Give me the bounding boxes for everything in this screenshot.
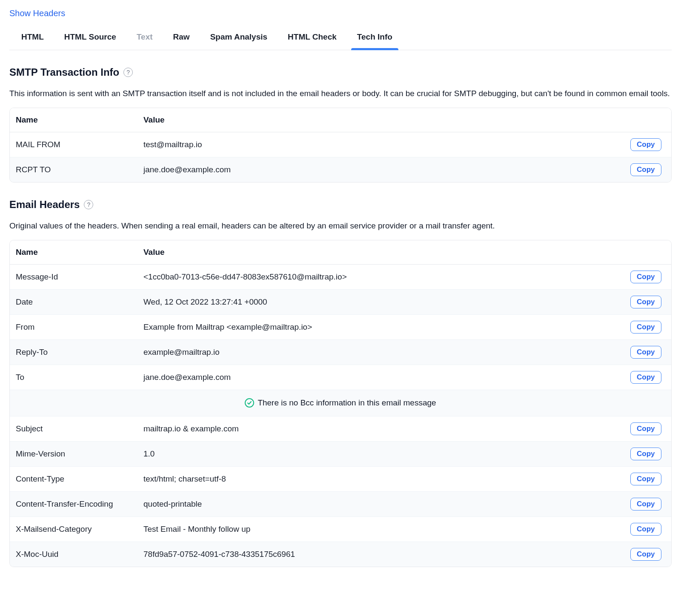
smtp-section: SMTP Transaction Info ? This information… [9,65,672,183]
bcc-notice-row: There is no Bcc information in this emai… [10,390,671,416]
tab-raw[interactable]: Raw [173,31,190,50]
row-name: Content-Type [10,466,137,491]
tab-html[interactable]: HTML [21,31,44,50]
col-header-name: Name [10,108,137,133]
row-name: To [10,365,137,390]
table-row: Message-Id<1cc0ba0-7013-c56e-dd47-8083ex… [10,265,671,289]
row-name: Content-Transfer-Encoding [10,491,137,516]
table-row: DateWed, 12 Oct 2022 13:27:41 +0000Copy [10,289,671,314]
row-name: Mime-Version [10,441,137,466]
copy-button[interactable]: Copy [630,523,661,536]
row-name: Message-Id [10,265,137,289]
table-row: MAIL FROMtest@mailtrap.ioCopy [10,132,671,157]
tab-tech-info[interactable]: Tech Info [357,31,392,50]
copy-button[interactable]: Copy [630,498,661,510]
table-row: Mime-Version1.0Copy [10,441,671,466]
row-value: mailtrap.io & example.com [137,416,624,441]
row-name: From [10,314,137,339]
table-row: X-Mailsend-CategoryTest Email - Monthly … [10,516,671,542]
row-value: <1cc0ba0-7013-c56e-dd47-8083ex587610@mai… [137,265,624,289]
tab-html-check[interactable]: HTML Check [288,31,337,50]
row-value: Example from Mailtrap <example@mailtrap.… [137,314,624,339]
check-circle-icon [245,398,254,408]
table-row: Reply-Toexample@mailtrap.ioCopy [10,339,671,365]
email-headers-section: Email Headers ? Original values of the h… [9,197,672,567]
tab-text[interactable]: Text [137,31,153,50]
table-row: Tojane.doe@example.comCopy [10,365,671,390]
row-name: MAIL FROM [10,132,137,157]
email-headers-table: Name Value Message-Id<1cc0ba0-7013-c56e-… [9,240,672,567]
row-value: Wed, 12 Oct 2022 13:27:41 +0000 [137,289,624,314]
table-row: FromExample from Mailtrap <example@mailt… [10,314,671,339]
row-value: text/html; charset=utf-8 [137,466,624,491]
col-header-value: Value [137,240,624,265]
copy-button[interactable]: Copy [630,296,661,308]
row-value: 78fd9a57-0752-4091-c738-4335175c6961 [137,542,624,567]
row-value: test@mailtrap.io [137,132,624,157]
row-value: quoted-printable [137,491,624,516]
email-headers-description: Original values of the headers. When sen… [9,220,672,232]
tab-spam-analysis[interactable]: Spam Analysis [210,31,267,50]
copy-button[interactable]: Copy [630,448,661,460]
help-icon[interactable]: ? [123,68,133,77]
copy-button[interactable]: Copy [630,422,661,435]
table-row: Content-Typetext/html; charset=utf-8Copy [10,466,671,491]
row-value: jane.doe@example.com [137,365,624,390]
copy-button[interactable]: Copy [630,138,661,151]
smtp-table: Name Value MAIL FROMtest@mailtrap.ioCopy… [9,108,672,183]
table-row: Content-Transfer-Encodingquoted-printabl… [10,491,671,516]
col-header-value: Value [137,108,624,133]
row-value: jane.doe@example.com [137,157,624,182]
row-name: Subject [10,416,137,441]
row-value: example@mailtrap.io [137,339,624,365]
show-headers-link[interactable]: Show Headers [9,9,65,18]
row-value: Test Email - Monthly follow up [137,516,624,542]
row-name: Reply-To [10,339,137,365]
row-name: X-Moc-Uuid [10,542,137,567]
copy-button[interactable]: Copy [630,346,661,359]
email-headers-title: Email Headers [9,197,80,212]
copy-button[interactable]: Copy [630,548,661,561]
tab-html-source[interactable]: HTML Source [64,31,116,50]
row-name: RCPT TO [10,157,137,182]
table-row: RCPT TOjane.doe@example.comCopy [10,157,671,182]
col-header-name: Name [10,240,137,265]
copy-button[interactable]: Copy [630,473,661,485]
copy-button[interactable]: Copy [630,163,661,176]
row-value: 1.0 [137,441,624,466]
tabs-nav: HTMLHTML SourceTextRawSpam AnalysisHTML … [9,23,672,51]
table-row: X-Moc-Uuid78fd9a57-0752-4091-c738-433517… [10,542,671,567]
row-name: Date [10,289,137,314]
table-row: Subjectmailtrap.io & example.comCopy [10,416,671,441]
bcc-notice-text: There is no Bcc information in this emai… [258,397,436,409]
copy-button[interactable]: Copy [630,271,661,283]
help-icon[interactable]: ? [84,200,93,209]
copy-button[interactable]: Copy [630,321,661,334]
smtp-description: This information is sent with an SMTP tr… [9,88,672,100]
row-name: X-Mailsend-Category [10,516,137,542]
smtp-title: SMTP Transaction Info [9,65,119,80]
copy-button[interactable]: Copy [630,371,661,384]
